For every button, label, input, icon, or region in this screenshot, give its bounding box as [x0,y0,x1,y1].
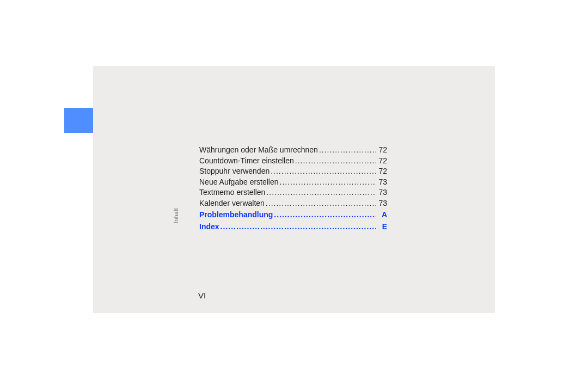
toc-entry-page: 72 [376,145,387,155]
table-of-contents: Währungen oder Maße umrechnen ..........… [199,145,387,233]
toc-entry-label: Neue Aufgabe erstellen [199,178,279,187]
side-label: Inhalt [173,208,180,223]
toc-entry[interactable]: Countdown-Timer einstellen .............… [199,156,387,166]
toc-section-link[interactable]: Problembehandlung ......................… [199,210,387,220]
toc-entry[interactable]: Neue Aufgabe erstellen .................… [199,178,387,187]
toc-entry[interactable]: Stoppuhr verwenden .....................… [199,167,387,176]
toc-entry[interactable]: Kalender verwalten .....................… [199,199,387,209]
toc-entry-page: 73 [376,199,387,209]
toc-leader: ........................................… [318,145,376,155]
toc-entry-label: Kalender verwalten [199,199,265,209]
toc-entry-label: Stoppuhr verwenden [199,167,270,176]
toc-leader: ........................................… [265,188,376,198]
toc-entry-label: Countdown-Timer einstellen [199,156,294,166]
toc-section-link[interactable]: Index ..................................… [199,222,387,232]
toc-entry-page: 73 [376,188,387,198]
toc-entry-label: Problembehandlung [199,210,273,220]
toc-leader: ........................................… [219,222,376,232]
toc-leader: ........................................… [273,210,376,220]
toc-leader: ........................................… [265,199,376,209]
section-tab [64,108,93,133]
toc-entry-page: 73 [376,178,387,187]
toc-entry[interactable]: Währungen oder Maße umrechnen ..........… [199,145,387,155]
page-number: VI [198,291,206,300]
toc-entry-page: 72 [376,156,387,166]
toc-entry[interactable]: Textmemo erstellen .....................… [199,188,387,198]
toc-entry-label: Textmemo erstellen [199,188,265,198]
toc-entry-label: Index [199,222,219,232]
toc-entry-label: Währungen oder Maße umrechnen [199,145,318,155]
toc-leader: ........................................… [294,156,376,166]
toc-leader: ........................................… [279,178,376,187]
toc-entry-page: 72 [376,167,387,176]
toc-entry-page: E [376,222,387,232]
toc-leader: ........................................… [270,167,376,176]
toc-entry-page: A [376,210,387,220]
document-page: Inhalt Währungen oder Maße umrechnen ...… [93,66,495,313]
